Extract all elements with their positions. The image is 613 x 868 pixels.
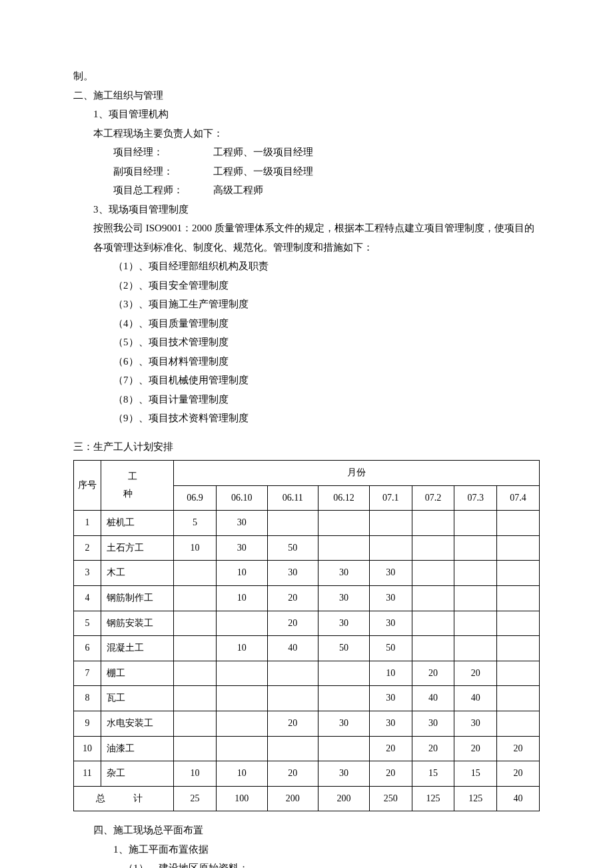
role-row: 项目经理： 工程师、一级项目经理 [113, 143, 540, 162]
row-seq: 9 [74, 711, 101, 736]
row-cell: 10 [216, 761, 267, 787]
row-cell [216, 611, 267, 636]
role-label: 副项目经理： [113, 162, 213, 181]
row-cell: 10 [174, 535, 217, 561]
sub-3-desc: 按照我公司 ISO9001：2000 质量管理体系文件的规定，根据本工程特点建立… [73, 219, 540, 257]
row-cell [174, 636, 217, 661]
row-cell: 10 [369, 661, 412, 686]
mgmt-item: （2）、项目安全管理制度 [73, 276, 540, 295]
mgmt-item: （5）、项目技术管理制度 [73, 333, 540, 352]
row-cell: 30 [216, 535, 267, 561]
row-type: 木工 [101, 561, 174, 586]
row-cell: 50 [267, 535, 318, 561]
row-cell: 30 [318, 561, 369, 586]
row-cell [412, 636, 454, 661]
row-cell: 20 [369, 736, 412, 761]
row-cell: 20 [454, 736, 497, 761]
row-cell: 10 [174, 761, 217, 787]
row-cell: 20 [412, 736, 454, 761]
row-cell [267, 736, 318, 761]
row-cell [267, 686, 318, 711]
total-cell: 100 [216, 786, 267, 811]
table-row: 8瓦工304040 [74, 686, 540, 711]
row-cell [412, 511, 454, 536]
row-cell: 5 [174, 511, 217, 536]
row-cell: 20 [497, 736, 540, 761]
total-cell: 250 [369, 786, 412, 811]
month-header: 06.11 [267, 485, 318, 511]
row-cell [497, 511, 540, 536]
role-row: 副项目经理： 工程师、一级项目经理 [113, 162, 540, 181]
row-cell: 40 [412, 686, 454, 711]
row-cell: 30 [369, 611, 412, 636]
role-value: 高级工程师 [213, 181, 263, 200]
month-header: 07.3 [454, 485, 497, 511]
row-cell: 20 [267, 611, 318, 636]
row-cell: 20 [454, 661, 497, 686]
row-seq: 5 [74, 611, 101, 636]
total-cell: 125 [454, 786, 497, 811]
row-cell [318, 686, 369, 711]
row-type: 钢筋制作工 [101, 585, 174, 611]
row-type: 杂工 [101, 761, 174, 787]
mgmt-item: （3）、项目施工生产管理制度 [73, 295, 540, 314]
table-row: 7棚工102020 [74, 661, 540, 686]
row-cell: 20 [412, 661, 454, 686]
row-cell [216, 661, 267, 686]
month-header: 06.9 [174, 485, 217, 511]
row-type: 混凝土工 [101, 636, 174, 661]
row-cell [216, 736, 267, 761]
row-cell [497, 661, 540, 686]
row-cell: 20 [267, 711, 318, 736]
row-type: 棚工 [101, 661, 174, 686]
row-cell: 40 [267, 636, 318, 661]
paragraph-fragment: 制。 [73, 67, 540, 86]
row-cell [216, 711, 267, 736]
sub4-1: 1、施工平面布置依据 [73, 840, 540, 859]
row-cell [454, 585, 497, 611]
row-type: 瓦工 [101, 686, 174, 711]
mgmt-item: （6）、项目材料管理制度 [73, 352, 540, 371]
row-cell: 10 [216, 585, 267, 611]
month-header: 07.1 [369, 485, 412, 511]
table-row: 4钢筋制作工10203030 [74, 585, 540, 611]
total-cell: 200 [318, 786, 369, 811]
heading-2: 二、施工组织与管理 [73, 86, 540, 105]
row-cell: 20 [267, 761, 318, 787]
roles-block: 项目经理： 工程师、一级项目经理 副项目经理： 工程师、一级项目经理 项目总工程… [73, 143, 540, 200]
row-cell: 20 [267, 585, 318, 611]
row-cell [497, 686, 540, 711]
table-row: 11杂工1010203020151520 [74, 761, 540, 787]
row-type: 桩机工 [101, 511, 174, 536]
row-cell [318, 511, 369, 536]
row-cell [174, 736, 217, 761]
row-seq: 8 [74, 686, 101, 711]
row-seq: 7 [74, 661, 101, 686]
role-row: 项目总工程师： 高级工程师 [113, 181, 540, 200]
role-value: 工程师、一级项目经理 [213, 143, 313, 162]
row-cell [369, 511, 412, 536]
row-cell: 50 [369, 636, 412, 661]
mgmt-item: （9）、项目技术资料管理制度 [73, 409, 540, 428]
mgmt-item: （8）、项目计量管理制度 [73, 390, 540, 409]
row-cell: 30 [318, 585, 369, 611]
table-header-row: 序号 工 种 月份 [74, 461, 540, 486]
row-seq: 3 [74, 561, 101, 586]
row-cell: 40 [454, 686, 497, 711]
row-cell: 30 [369, 711, 412, 736]
row-cell [412, 535, 454, 561]
role-label: 项目总工程师： [113, 181, 213, 200]
row-cell [412, 561, 454, 586]
month-header: 06.10 [216, 485, 267, 511]
row-cell: 30 [318, 761, 369, 787]
row-cell: 10 [216, 636, 267, 661]
row-cell: 30 [318, 611, 369, 636]
row-cell: 30 [369, 686, 412, 711]
row-cell [174, 611, 217, 636]
mgmt-item: （4）、项目质量管理制度 [73, 314, 540, 333]
heading-3: 三：生产工人计划安排 [73, 437, 540, 457]
row-cell: 20 [369, 761, 412, 787]
row-cell [318, 736, 369, 761]
row-cell [454, 611, 497, 636]
row-cell [318, 661, 369, 686]
